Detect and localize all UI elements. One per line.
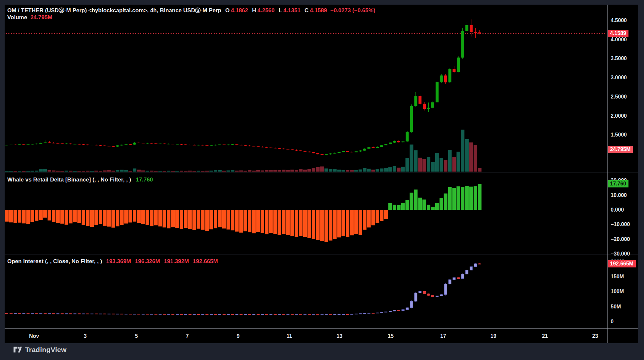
time-tick-label: 11 xyxy=(278,333,301,339)
chart-area[interactable] xyxy=(5,5,638,343)
oi-body xyxy=(406,308,409,310)
candle-body xyxy=(376,147,379,148)
delta-bar xyxy=(307,210,311,238)
volume-bar xyxy=(52,171,55,172)
delta-bar xyxy=(188,210,192,229)
volume-bar xyxy=(65,171,68,172)
delta-bar xyxy=(427,205,430,210)
candle-body xyxy=(231,144,234,145)
volume-bar xyxy=(171,171,175,172)
candle-body xyxy=(457,58,460,72)
volume-bar xyxy=(128,171,132,172)
candle-body xyxy=(295,150,298,151)
time-scale[interactable]: Nov357911131517192123 xyxy=(0,331,638,343)
candle-body xyxy=(44,142,47,143)
time-tick-label: 13 xyxy=(328,333,351,339)
candle-body xyxy=(342,151,345,152)
delta-bar xyxy=(440,198,443,210)
candle-body xyxy=(423,104,426,109)
symbol-title[interactable]: OM / TETHER (USDⓈ-M Perp) <hyblockcapita… xyxy=(7,7,221,14)
oi-body xyxy=(31,313,34,314)
delta-bar xyxy=(94,210,98,225)
candle-body xyxy=(103,146,106,146)
candle-body xyxy=(35,144,38,144)
time-tick-label: 7 xyxy=(176,333,199,339)
candle-body xyxy=(22,144,25,145)
delta-bar xyxy=(218,210,222,227)
oi-body xyxy=(108,314,110,314)
oi-body xyxy=(121,314,123,314)
oi-value-badge: 192.665M xyxy=(608,260,636,267)
ohlc-close-value: 4.1589 xyxy=(310,7,327,14)
oi-low-value: 191.392M xyxy=(164,258,189,264)
delta-bar xyxy=(252,210,256,233)
candle-body xyxy=(308,152,311,152)
volume-label[interactable]: Volume xyxy=(7,14,27,20)
oi-body xyxy=(52,313,55,314)
oi-body xyxy=(444,284,447,295)
oi-body xyxy=(427,294,430,296)
volume-bar xyxy=(175,171,179,172)
delta-bar xyxy=(418,198,422,210)
delta-bar xyxy=(316,210,320,240)
candle-body xyxy=(163,144,166,144)
oi-body xyxy=(389,311,392,312)
volume-bar xyxy=(22,171,26,172)
volume-bar xyxy=(282,170,286,172)
volume-bar xyxy=(158,171,162,172)
volume-bar xyxy=(43,169,47,172)
time-tick-label: 19 xyxy=(482,333,505,339)
ohlc-open-value: 4.1862 xyxy=(231,7,248,14)
candle-body xyxy=(329,154,332,154)
candle-body xyxy=(39,143,42,144)
candle-body xyxy=(108,146,111,146)
oi-body xyxy=(99,314,102,314)
volume-bar xyxy=(107,170,111,172)
delta-bar xyxy=(393,205,396,210)
oi-body xyxy=(287,314,289,315)
oi-open-value: 193.369M xyxy=(106,258,131,264)
oi-body xyxy=(112,314,115,314)
delta-bar xyxy=(448,187,452,210)
ohlc-high-label: H xyxy=(252,7,256,14)
delta-bar xyxy=(162,210,166,227)
candle-body xyxy=(171,144,174,144)
candle-body xyxy=(304,151,306,152)
chart-canvas[interactable] xyxy=(5,5,638,343)
delta-bar xyxy=(312,210,315,239)
oi-body xyxy=(82,314,85,314)
candle-body xyxy=(18,144,21,145)
delta-bar xyxy=(30,210,34,222)
delta-bar xyxy=(184,210,188,228)
delta-bar xyxy=(474,186,477,210)
delta-bar xyxy=(371,210,375,225)
candle-body xyxy=(299,150,302,151)
volume-bar xyxy=(440,158,443,172)
oi-indicator-title[interactable]: Open Interest (, , Close, No Filter, , ) xyxy=(7,258,102,264)
volume-bar xyxy=(193,171,196,172)
delta-bar xyxy=(452,188,456,210)
volume-bar xyxy=(150,171,154,172)
oi-body xyxy=(261,314,264,315)
oi-body xyxy=(214,314,217,314)
volume-bar xyxy=(116,170,119,172)
delta-bar xyxy=(167,210,170,228)
delta-bar xyxy=(39,210,43,220)
delta-bar xyxy=(406,200,409,210)
ohlc-low-value: 4.1351 xyxy=(283,7,301,14)
volume-bar xyxy=(444,160,447,172)
change-value: −0.0273 (−0.65%) xyxy=(330,7,375,14)
tradingview-logo[interactable]: TradingView xyxy=(13,345,67,354)
oi-body xyxy=(210,314,213,314)
delta-indicator-title[interactable]: Whale vs Retail Delta [Binance] (, , No … xyxy=(7,177,131,183)
volume-bar xyxy=(235,171,239,172)
candle-body xyxy=(380,145,383,147)
candle-body xyxy=(197,145,200,145)
volume-bar xyxy=(333,169,337,172)
volume-bar xyxy=(26,171,30,172)
time-tick-label: Nov xyxy=(22,333,46,339)
oi-scale[interactable]: 200M150M100M50M0 xyxy=(608,0,638,331)
oi-body xyxy=(235,314,238,315)
candle-body xyxy=(325,154,328,155)
candle-body xyxy=(274,148,277,148)
